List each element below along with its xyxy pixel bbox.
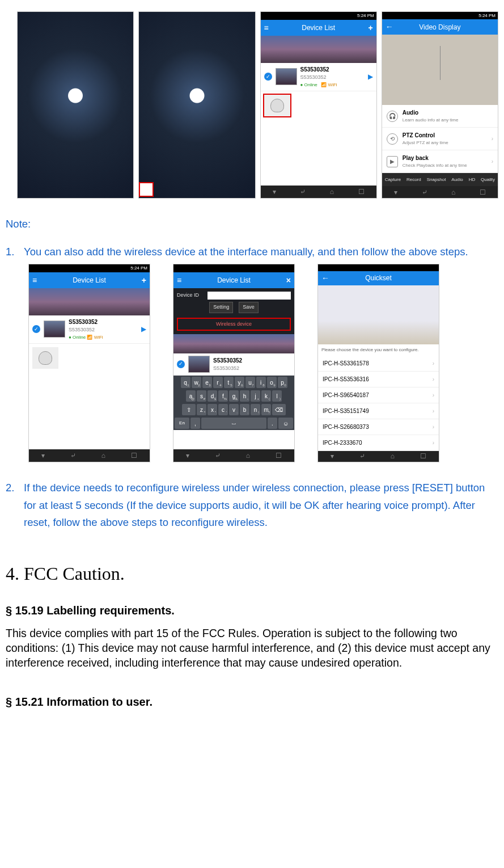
key-z[interactable]: z*: [197, 404, 206, 415]
device-name: S53530352: [300, 65, 365, 74]
key-j[interactable]: j+: [251, 390, 260, 402]
app-header: ≡ Device List +: [261, 20, 376, 36]
header-title: Device List: [217, 275, 251, 285]
key-u[interactable]: u7: [245, 377, 255, 388]
soft-keyboard[interactable]: q1w2e3r4t5y6u7i8o9p0a@s#d$f%g&h-j+k(l)⇧z…: [173, 376, 294, 430]
app-header: ← Quickset: [318, 271, 439, 285]
menu-icon[interactable]: ≡: [264, 22, 269, 34]
wireless-device-button[interactable]: Wireless device: [177, 318, 291, 331]
quickset-device-item[interactable]: IPC-H-S96540187›: [318, 387, 439, 403]
video-display-screen: 5:24 PM ← Video Display 🎧 Audio Learn au…: [382, 11, 498, 199]
nav-back-icon[interactable]: ⤶: [300, 187, 306, 197]
device-item[interactable]: ✓ S53530352 S53530352 ● Online 📶 WiFi ▶: [261, 63, 376, 91]
screenshot-row-2: 5:24 PM ≡ Device List + ✓ S53530352 S535…: [6, 264, 498, 462]
toolbar-capture[interactable]: Capture: [385, 176, 401, 183]
status-bar: 5:24 PM: [29, 264, 150, 272]
key-f[interactable]: f%: [218, 390, 228, 402]
camera-app-icon: [139, 182, 154, 197]
live-video-area[interactable]: [382, 35, 498, 105]
close-icon[interactable]: ×: [286, 275, 291, 286]
menu-ptz[interactable]: ⟲ PTZ Control Adjust PTZ at any time ›: [382, 128, 498, 150]
key-m[interactable]: m?: [261, 404, 271, 415]
key-c[interactable]: c': [218, 404, 228, 415]
key-l[interactable]: l): [272, 390, 282, 402]
key-p[interactable]: p0: [278, 377, 287, 388]
nav-recent-icon[interactable]: ☐: [358, 187, 365, 197]
setting-button[interactable]: Setting: [209, 302, 233, 313]
splash-screen-1: [17, 11, 134, 199]
device-id-input[interactable]: [207, 292, 291, 300]
device-item[interactable]: ✓ S53530352 S53530352 ● Online 📶 WiFi ▶: [29, 315, 150, 344]
wireless-dialog-screen: ≡ Device List × Device ID Setting Save W…: [173, 264, 295, 462]
camera-slot-highlight[interactable]: [263, 94, 291, 117]
quickset-illustration: [318, 285, 439, 344]
menu-playback[interactable]: ▶ Play back Check Playback info at any t…: [382, 150, 498, 173]
header-title: Device List: [302, 23, 335, 33]
subsection-1519-body: This device complies with part 15 of the…: [6, 626, 498, 671]
camera-slot[interactable]: [31, 346, 60, 370]
key-g[interactable]: g&: [229, 390, 239, 402]
menu-icon[interactable]: ≡: [177, 275, 181, 286]
chevron-right-icon: ›: [492, 134, 493, 143]
chevron-right-icon: ›: [492, 157, 493, 166]
banner-image: [173, 334, 294, 353]
quickset-device-item[interactable]: IPC-H-S26680373›: [318, 419, 439, 435]
key-o[interactable]: o9: [267, 377, 277, 388]
device-item[interactable]: ✓ S53530352 S53530352: [173, 353, 294, 376]
header-title: Quickset: [365, 273, 392, 283]
subsection-1521-heading: § 15.21 Information to user.: [6, 693, 498, 710]
back-icon[interactable]: ←: [321, 272, 329, 284]
status-bar: 5:24 PM: [261, 12, 376, 20]
key-v[interactable]: v:: [229, 404, 239, 415]
ptz-icon: ⟲: [387, 133, 398, 145]
quickset-screen: ← Quickset Please choose the device you …: [317, 264, 439, 462]
device-id-dialog: Device ID Setting Save Wireless device: [173, 288, 294, 334]
quickset-device-item[interactable]: IPC-H-2333670›: [318, 435, 439, 451]
quickset-device-item[interactable]: IPC-H-S35151749›: [318, 403, 439, 419]
key-n[interactable]: n!: [251, 404, 260, 415]
add-icon[interactable]: +: [142, 275, 146, 286]
play-icon[interactable]: ▶: [368, 71, 373, 82]
nav-home-icon[interactable]: ⌂: [330, 187, 334, 197]
key-a[interactable]: a@: [186, 390, 196, 402]
android-nav-bar: ▾ ⤶ ⌂ ☐: [261, 186, 376, 198]
key-s[interactable]: s#: [197, 390, 206, 402]
key-i[interactable]: i8: [256, 377, 266, 388]
app-header: ← Video Display: [382, 19, 498, 35]
back-icon[interactable]: ←: [386, 21, 393, 33]
key-q[interactable]: q1: [181, 377, 190, 388]
toolbar-audio[interactable]: Audio: [451, 176, 463, 183]
toolbar-quality[interactable]: Quality: [481, 176, 495, 183]
toolbar-snapshot[interactable]: Snapshot: [427, 176, 446, 183]
key-k[interactable]: k(: [261, 390, 271, 402]
screenshot-row-1: 5:24 PM ≡ Device List + ✓ S53530352 S535…: [6, 11, 498, 199]
header-title: Video Display: [419, 22, 460, 32]
app-header: ≡ Device List ×: [173, 272, 294, 288]
video-toolbar: Capture Record Snapshot Audio HD Quality: [382, 173, 498, 186]
menu-audio[interactable]: 🎧 Audio Learn audio info at any time: [382, 105, 498, 128]
nav-menu-icon[interactable]: ▾: [273, 187, 276, 197]
key-x[interactable]: x": [207, 404, 217, 415]
toolbar-hd[interactable]: HD: [469, 176, 476, 183]
key-w[interactable]: w2: [192, 377, 201, 388]
check-icon: ✓: [177, 360, 185, 368]
key-h[interactable]: h-: [240, 390, 249, 402]
quickset-device-item[interactable]: IPC-H-S53536316›: [318, 372, 439, 387]
menu-icon[interactable]: ≡: [32, 275, 37, 286]
key-y[interactable]: y6: [235, 377, 244, 388]
key-d[interactable]: d$: [207, 390, 217, 402]
save-button[interactable]: Save: [239, 302, 259, 313]
note-heading: Note:: [6, 216, 498, 233]
add-icon[interactable]: +: [369, 22, 373, 34]
key-e[interactable]: e3: [202, 377, 212, 388]
app-header: ≡ Device List +: [29, 272, 150, 288]
note-item-1: 1. You can also add the wireless device …: [6, 243, 498, 261]
key-b[interactable]: b;: [240, 404, 249, 415]
key-r[interactable]: r4: [213, 377, 223, 388]
play-icon[interactable]: ▶: [141, 324, 146, 334]
playback-icon: ▶: [387, 156, 398, 167]
toolbar-record[interactable]: Record: [406, 176, 421, 183]
key-t[interactable]: t5: [224, 377, 234, 388]
quickset-device-item[interactable]: IPC-H-S53361578›: [318, 356, 439, 372]
device-sub: S53530352: [300, 74, 365, 82]
